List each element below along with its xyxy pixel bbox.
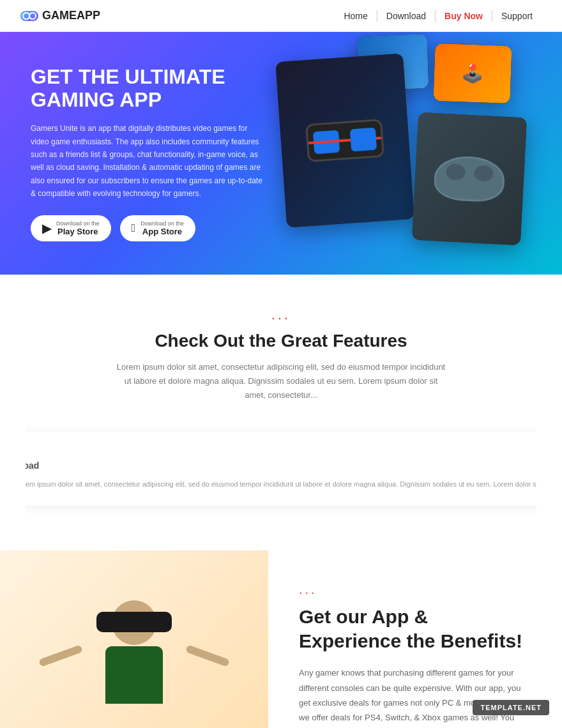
benefits-title: Get our App & Experience the Benefits!: [299, 605, 531, 653]
app-store-button[interactable]:  Download on the App Store: [120, 215, 195, 241]
benefits-photo-collage: 😊: [0, 550, 268, 728]
apple-icon: : [132, 222, 136, 235]
play-store-text: Download on the Play Store: [56, 220, 100, 236]
benefits-image-area: 😊: [0, 550, 268, 728]
android-icon: ▶: [42, 222, 51, 236]
controller-simulation: [412, 112, 527, 246]
logo: GAMEAPP: [20, 9, 100, 22]
hero-controller-card: [412, 112, 527, 246]
template-badge: TEMPLATE.NET: [473, 700, 549, 715]
photo-vr-person: [0, 550, 268, 728]
hero-section: GET THE ULTIMATE GAMING APP Gamers Unite…: [0, 32, 562, 275]
nav-links: Home Download Buy Now Support: [335, 10, 542, 22]
vr-simulation: [275, 53, 414, 227]
nav-item-buynow[interactable]: Buy Now: [436, 10, 492, 22]
feature-card-partial-left-title: ntnload: [26, 447, 536, 472]
benefits-description: Any gamer knows that purchasing differen…: [299, 665, 531, 728]
play-store-button[interactable]: ▶ Download on the Play Store: [31, 215, 111, 241]
nav-item-home[interactable]: Home: [335, 10, 377, 22]
features-cards-row: ntnload Lorem ipsum dolor sit amet, cons…: [26, 425, 536, 512]
feature-card-partial-left-desc: Lorem ipsum dolor sit amet, consectetur …: [26, 478, 536, 490]
features-subtitle: Lorem ipsum dolor sit amet, consectetur …: [115, 360, 447, 402]
hero-title: GET THE ULTIMATE GAMING APP: [31, 65, 263, 112]
features-title: Check Out the Great Features: [26, 331, 536, 351]
game-thumb-icon-2: 🕹️: [433, 43, 512, 103]
hero-content: GET THE ULTIMATE GAMING APP Gamers Unite…: [0, 65, 294, 242]
nav-item-download[interactable]: Download: [377, 10, 436, 22]
features-section: ... Check Out the Great Features Lorem i…: [0, 275, 562, 550]
hero-images: 🎮 🕹️: [255, 32, 562, 275]
app-store-text: Download on the App Store: [140, 220, 184, 236]
hero-description: Gamers Unite is an app that digitally di…: [31, 122, 263, 200]
feature-card-partial-left: ntnload Lorem ipsum dolor sit amet, cons…: [26, 432, 536, 506]
navbar: GAMEAPP Home Download Buy Now Support: [0, 0, 562, 32]
hero-vr-card: [275, 53, 414, 227]
features-dots: ...: [26, 307, 536, 323]
logo-icon: [20, 11, 38, 21]
logo-text: GAMEAPP: [42, 9, 100, 22]
hero-buttons: ▶ Download on the Play Store  Download …: [31, 215, 263, 241]
nav-item-support[interactable]: Support: [492, 10, 542, 22]
vr-headset-icon: [305, 119, 384, 162]
benefits-dots: ...: [299, 582, 531, 597]
features-cards-container: ntnload Lorem ipsum dolor sit amet, cons…: [26, 425, 536, 525]
vr-stripe: [308, 137, 381, 144]
hero-thumb-1: 🕹️: [433, 43, 512, 103]
controller-shape-icon: [433, 155, 506, 203]
